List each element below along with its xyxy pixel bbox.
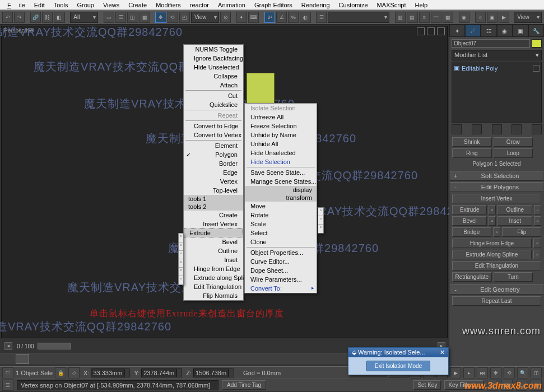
schematic-icon[interactable]: ▦ — [443, 12, 453, 23]
ctx-rotate-settings-icon[interactable]: ▫ — [318, 216, 323, 225]
ring-button[interactable]: Ring — [452, 148, 492, 158]
ctx-edge[interactable]: Edge — [184, 168, 243, 177]
menu-create[interactable]: Create — [124, 1, 151, 8]
ctx-convert-to[interactable]: Convert To: — [245, 284, 317, 293]
ctx-ignore-backfacing[interactable]: Ignore Backfacing — [184, 54, 243, 63]
angle-snap-icon[interactable]: ∠ — [276, 12, 287, 23]
stack-expand-icon[interactable]: ▣ — [454, 64, 459, 72]
keyboard-icon[interactable]: ⌨ — [248, 12, 259, 23]
menu-rendering[interactable]: Rendering — [297, 1, 334, 8]
bevel-button[interactable]: Bevel — [452, 216, 487, 226]
ctx-scale[interactable]: Scale — [245, 220, 317, 228]
menu-file[interactable]: File — [3, 1, 29, 8]
ctx-inset[interactable]: Inset — [184, 255, 243, 264]
play-icon[interactable]: ▶ — [450, 367, 461, 379]
configure-icon[interactable] — [532, 124, 542, 134]
nav-fov-icon[interactable]: ◫ — [531, 367, 542, 379]
refcoord-dropdown[interactable]: View — [191, 12, 219, 23]
nav-orbit-icon[interactable]: ⟲ — [504, 367, 515, 379]
select-name-icon[interactable]: ☰ — [115, 12, 126, 23]
ctx-flip-normals[interactable]: Flip Normals — [184, 291, 243, 300]
turn-button[interactable]: Turn — [494, 272, 533, 282]
menu-group[interactable]: Group — [73, 1, 98, 8]
hinge-settings-icon[interactable]: ▫ — [533, 239, 541, 248]
menu-graph-editors[interactable]: Graph Editors — [250, 1, 296, 8]
shrink-button[interactable]: Shrink — [452, 137, 492, 147]
goto-end-icon[interactable]: ⏭ — [477, 367, 488, 379]
flip-button[interactable]: Flip — [502, 227, 541, 237]
time-slider-thumb[interactable] — [16, 354, 29, 364]
coord-y-spinner[interactable] — [176, 368, 182, 377]
ctx-attach[interactable]: Attach — [184, 81, 243, 90]
tab-motion-icon[interactable]: ◉ — [497, 25, 513, 37]
menu-reactor[interactable]: reactor — [186, 1, 213, 8]
ctx-bevel-settings-icon[interactable]: ▫ — [179, 242, 183, 251]
tab-display-icon[interactable]: ▣ — [513, 25, 528, 37]
outline-settings-icon[interactable]: ▫ — [534, 205, 541, 214]
ctx-outline[interactable]: Outline — [184, 246, 243, 255]
hinge-edge-button[interactable]: Hinge From Edge — [452, 239, 532, 248]
ctx-hide-unselected[interactable]: Hide Unselected — [184, 63, 243, 72]
modifier-stack[interactable]: ▣ Editable Poly — [452, 62, 542, 123]
ctx-save-scene-state[interactable]: Save Scene State... — [245, 168, 317, 177]
menu-animation[interactable]: Animation — [214, 1, 249, 8]
ctx-hide-selection[interactable]: Hide Selection — [245, 157, 317, 166]
menu-modifiers[interactable]: Modifiers — [152, 1, 185, 8]
tab-create-icon[interactable]: ✦ — [449, 25, 465, 37]
ctx-curve-editor[interactable]: Curve Editor... — [245, 257, 317, 266]
bridge-settings-icon[interactable]: ▫ — [493, 227, 501, 237]
link-icon[interactable]: 🔗 — [30, 12, 41, 23]
rollout-edit-geometry[interactable]: -Edit Geometry — [450, 284, 543, 295]
ctx-rotate[interactable]: Rotate — [245, 211, 317, 220]
loop-button[interactable]: Loop — [494, 148, 533, 158]
menu-tools[interactable]: Tools — [50, 1, 72, 8]
ctx-select[interactable]: Select — [245, 228, 317, 237]
layers-icon[interactable]: ≡ — [419, 12, 430, 23]
render-icon[interactable]: ▶ — [499, 12, 509, 23]
ctx-edit-triangulation[interactable]: Edit Triangulation — [184, 282, 243, 291]
named-sel-icon[interactable]: ☰ — [316, 12, 327, 23]
lock-selection-icon[interactable]: ⬚ — [2, 367, 13, 379]
ctx-element[interactable]: Element — [184, 141, 243, 150]
ctx-extrude-spline-settings-icon[interactable]: ▫ — [179, 276, 183, 284]
scroll-left-icon[interactable]: ◂ — [4, 342, 12, 350]
coord-z[interactable]: 1506.738m — [193, 368, 229, 377]
ctx-move-settings-icon[interactable]: ▫ — [318, 208, 323, 216]
absolute-mode-icon[interactable]: ◇ — [68, 367, 80, 379]
nav-pan-icon[interactable]: ✥ — [490, 367, 501, 379]
ctx-top-level[interactable]: Top-level — [184, 186, 243, 195]
retriangulate-button[interactable]: Retriangulate — [452, 272, 492, 282]
ctx-convert-vertex[interactable]: Convert to Vertex — [184, 130, 243, 139]
inset-button[interactable]: Inset — [497, 216, 532, 226]
menu-customize[interactable]: Customize — [335, 1, 372, 8]
show-result-icon[interactable] — [472, 124, 482, 134]
menu-views[interactable]: Views — [99, 1, 123, 8]
ctx-extrude[interactable]: Extrude — [184, 228, 243, 237]
menu-edit[interactable]: Edit — [30, 1, 49, 8]
menu-maxscript[interactable]: MAXScript — [373, 1, 410, 8]
render-setup-icon[interactable]: ☼ — [475, 12, 486, 23]
redo-icon[interactable]: ↷ — [14, 12, 25, 23]
menu-help[interactable]: Help — [411, 1, 432, 8]
viewport-min-icon[interactable] — [417, 27, 425, 35]
lock-icon[interactable]: 🔒 — [55, 367, 66, 379]
ctx-clone[interactable]: Clone — [245, 237, 317, 246]
rollout-edit-polygons[interactable]: -Edit Polygons — [450, 182, 543, 192]
named-selset-dropdown[interactable] — [328, 12, 389, 23]
ctx-border[interactable]: Border — [184, 159, 243, 168]
rollout-soft-selection[interactable]: +Soft Selection — [450, 171, 543, 181]
ctx-wire-parameters[interactable]: Wire Parameters... — [245, 275, 317, 284]
extrude-spline-settings-icon[interactable]: ▫ — [533, 250, 541, 259]
tab-modify-icon[interactable]: ☄ — [465, 25, 481, 37]
pin-stack-icon[interactable] — [452, 124, 462, 134]
ctx-bevel[interactable]: Bevel — [184, 237, 243, 246]
ctx-hide-unselected2[interactable]: Hide Unselected — [245, 148, 317, 157]
mirror-icon[interactable]: ▥ — [395, 12, 406, 23]
scroll-thumb[interactable] — [38, 343, 71, 349]
undo-icon[interactable]: ↶ — [2, 12, 13, 23]
ctx-unhide-all[interactable]: Unhide All — [245, 139, 317, 148]
extrude-settings-icon[interactable]: ▫ — [489, 205, 496, 214]
scale-icon[interactable]: ◰ — [179, 12, 190, 23]
select-icon[interactable]: ▭ — [104, 12, 114, 23]
bridge-button[interactable]: Bridge — [452, 227, 491, 237]
